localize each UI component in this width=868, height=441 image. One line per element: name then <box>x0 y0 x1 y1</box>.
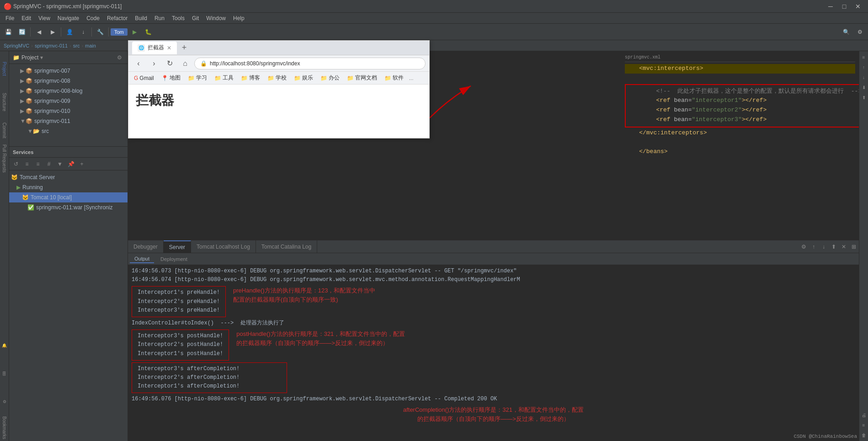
browser-url-bar[interactable]: 🔒 http://localhost:8080/springmvc/index <box>194 58 426 69</box>
tab-server[interactable]: Server <box>164 240 191 253</box>
toolbar-back[interactable]: ◀ <box>32 26 45 38</box>
commit-icon[interactable]: Commit <box>0 119 9 142</box>
bottom-down-btn[interactable]: ↓ <box>819 242 829 252</box>
menu-file[interactable]: File <box>2 13 18 24</box>
breadcrumb-main[interactable]: main <box>85 43 96 48</box>
tree-item-springmvc-009[interactable]: ▶ 📦 springmvc-009 <box>9 96 128 106</box>
subtab-deployment[interactable]: Deployment <box>156 255 192 263</box>
menu-git[interactable]: Git <box>188 13 202 24</box>
bookmark-gmail[interactable]: G Gmail <box>132 74 156 82</box>
tree-item-springmvc-007[interactable]: ▶ 📦 springmvc-007 <box>9 66 128 76</box>
toolbar-vcs[interactable]: 👤 <box>63 26 76 38</box>
services-war[interactable]: ✅ springmvc-011:war [Synchroniz <box>9 202 128 213</box>
browser-back-btn[interactable]: ‹ <box>132 57 145 70</box>
right-icon-4[interactable]: ⬇ <box>860 83 868 91</box>
right-icon-print[interactable]: 🖨 <box>860 411 868 419</box>
pull-requests-icon[interactable]: Pull Requests <box>0 143 9 175</box>
right-icon-5[interactable]: ⬆ <box>860 93 868 101</box>
bottom-layout-btn[interactable]: ⊞ <box>849 242 859 252</box>
tree-item-springmvc-011[interactable]: ▼ 📦 springmvc-011 <box>9 116 128 126</box>
browser-close-tab[interactable]: ✕ <box>167 45 171 51</box>
services-group-btn[interactable]: # <box>44 159 54 169</box>
services-tomcat-server[interactable]: 🐱 Tomcat Server <box>9 172 128 182</box>
services-running[interactable]: ▶ Running <box>9 182 128 192</box>
subtab-output[interactable]: Output <box>130 255 154 263</box>
services-expand-btn[interactable]: ≡ <box>33 159 43 169</box>
tree-item-springmvc-008-blog[interactable]: ▶ 📦 springmvc-008-blog <box>9 86 128 96</box>
tab-tomcat-catalina[interactable]: Tomcat Catalina Log <box>256 240 317 253</box>
bottom-up-btn[interactable]: ↑ <box>809 242 819 252</box>
browser-refresh-btn[interactable]: ↻ <box>163 57 176 70</box>
bookmark-blog[interactable]: 📁 博客 <box>239 73 262 83</box>
breadcrumb-springmvc-011[interactable]: springmvc-011 <box>35 43 68 48</box>
maximize-button[interactable]: □ <box>838 0 851 13</box>
menu-build[interactable]: Build <box>131 13 151 24</box>
bookmark-software[interactable]: 📁 软件 <box>383 73 405 83</box>
database-icon[interactable]: 🗄 <box>0 360 9 387</box>
bookmark-tools[interactable]: 📁 工具 <box>213 73 235 83</box>
bottom-expand-btn[interactable]: ⬆ <box>829 242 839 252</box>
services-filter-btn[interactable]: ▼ <box>55 159 65 169</box>
bottom-close-btn[interactable]: ✕ <box>839 242 849 252</box>
toolbar-sync[interactable]: 🔄 <box>16 26 28 38</box>
bookmark-entertainment[interactable]: 📁 娱乐 <box>292 73 315 83</box>
toolbar-forward[interactable]: ▶ <box>46 26 59 38</box>
panel-settings-btn[interactable]: ⚙ <box>115 53 124 62</box>
bookmark-work[interactable]: 📁 办公 <box>319 73 341 83</box>
menu-run[interactable]: Run <box>151 13 168 24</box>
menu-help[interactable]: Help <box>229 13 248 24</box>
tree-item-springmvc-010[interactable]: ▶ 📦 springmvc-010 <box>9 106 128 116</box>
services-add-btn[interactable]: + <box>77 159 87 169</box>
toolbar-save-all[interactable]: 💾 <box>2 26 15 38</box>
browser-tab-active[interactable]: 🌐 拦截器 ✕ <box>132 42 177 54</box>
breadcrumb-springmvc[interactable]: SpringMVC <box>4 43 29 48</box>
right-icon-delete[interactable]: 🗑 <box>860 431 868 439</box>
menu-view[interactable]: View <box>35 13 54 24</box>
project-icon[interactable]: Project <box>0 53 9 85</box>
toolbar-run[interactable]: ▶ <box>128 26 141 38</box>
menu-navigate[interactable]: Navigate <box>54 13 83 24</box>
browser-new-tab-btn[interactable]: + <box>179 43 190 53</box>
menu-refactor[interactable]: Refactor <box>103 13 131 24</box>
services-tomcat-10[interactable]: 🐱 Tomcat 10 [local] <box>9 192 128 202</box>
toolbar-navigate[interactable]: 🔧 <box>94 26 107 38</box>
bottom-settings-btn[interactable]: ⚙ <box>799 242 809 252</box>
toolbar-settings[interactable]: ⚙ <box>853 26 866 38</box>
services-refresh-btn[interactable]: ↺ <box>11 159 21 169</box>
services-collapse-btn[interactable]: ≡ <box>22 159 32 169</box>
right-icon-1[interactable]: ≡ <box>860 53 868 61</box>
services-pin-btn[interactable]: 📌 <box>66 159 76 169</box>
settings-icon-left[interactable]: ⚙ <box>0 388 9 415</box>
toolbar-search[interactable]: 🔍 <box>840 26 852 38</box>
notifications-icon[interactable]: 🔔 <box>0 331 9 359</box>
minimize-button[interactable]: ─ <box>824 0 837 13</box>
close-button[interactable]: ✕ <box>852 0 864 13</box>
bookmark-school[interactable]: 📁 学校 <box>266 73 288 83</box>
browser-home-btn[interactable]: ⌂ <box>179 57 192 70</box>
bookmarks-icon[interactable]: Bookmarks <box>0 416 9 439</box>
menu-code[interactable]: Code <box>83 13 103 24</box>
structure-icon[interactable]: Structure <box>0 86 9 118</box>
menu-tools[interactable]: Tools <box>168 13 188 24</box>
tab-debugger[interactable]: Debugger <box>128 240 164 253</box>
right-icon-list[interactable]: ≡ <box>860 421 868 429</box>
menu-edit[interactable]: Edit <box>18 13 35 24</box>
toolbar-update[interactable]: ↓ <box>77 26 90 38</box>
toolbar-run-config[interactable]: Tom <box>111 28 128 36</box>
right-icon-2[interactable]: ↑ <box>860 63 868 71</box>
dropdown-arrow-icon[interactable]: ▾ <box>40 54 43 61</box>
breadcrumb-src[interactable]: src <box>73 43 80 48</box>
tree-item-springmvc-008[interactable]: ▶ 📦 springmvc-008 <box>9 76 128 86</box>
bookmark-study[interactable]: 📁 学习 <box>186 73 209 83</box>
bookmark-docs[interactable]: 📁 官网文档 <box>345 73 379 83</box>
menu-window[interactable]: Window <box>202 13 229 24</box>
tab-tomcat-localhost[interactable]: Tomcat Localhost Log <box>191 240 256 253</box>
folder-software-icon: 📁 <box>384 75 391 81</box>
code-editor[interactable]: springmvc.xml <mvc:interceptors> <!-- 此处… <box>621 51 859 240</box>
browser-forward-btn[interactable]: › <box>148 57 160 70</box>
right-icon-3[interactable]: ↓ <box>860 73 868 81</box>
tree-item-src[interactable]: ▼ 📂 src <box>9 126 128 136</box>
tag-icon: <mvc:interceptors> <box>639 65 703 72</box>
toolbar-debug[interactable]: 🐛 <box>142 26 155 38</box>
bookmark-maps[interactable]: 📍 地图 <box>160 73 182 83</box>
